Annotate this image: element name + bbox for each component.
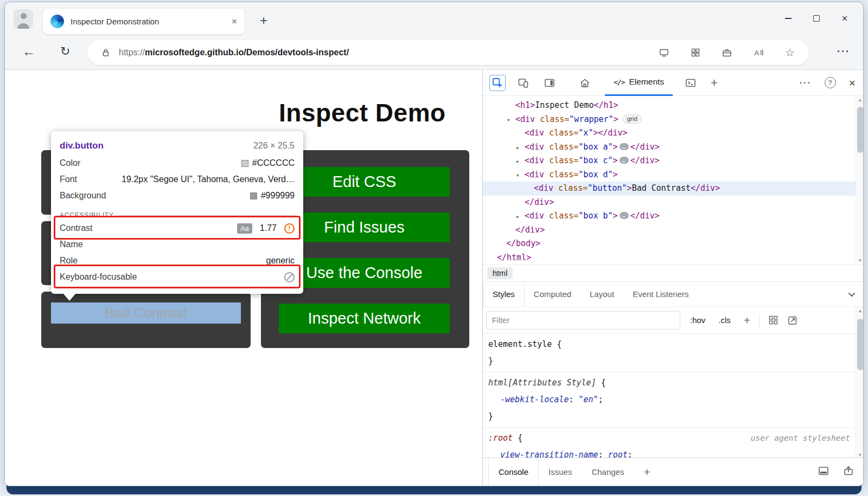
device-preview-icon[interactable] [659,47,669,58]
drawer-tab-issues[interactable]: Issues [539,458,582,486]
briefcase-icon[interactable] [722,47,732,58]
breadcrumb-html[interactable]: html [487,267,513,279]
device-emulation-icon[interactable] [515,75,532,91]
rule-selector-line[interactable]: element.style { [488,336,850,353]
dom-tree-scrollbar[interactable]: ▲ ▼ [856,96,864,265]
toggle-hov-button[interactable]: :hov [690,315,705,325]
page-button[interactable]: Edit CSS [279,167,450,197]
browser-tab[interactable]: Inspector Demonstration × [43,9,245,34]
dom-tree-line[interactable]: </html> [483,251,856,265]
drawer-add-icon[interactable]: + [643,466,650,479]
dom-tree-line[interactable]: <div class="x"></div> [483,126,856,140]
dom-tree-line[interactable]: ▾<div class="wrapper">grid [483,113,856,127]
url-host: microsoftedge.github.io [145,48,244,57]
dom-tree-line[interactable]: <div class="button">Bad Contrast</div> [483,182,856,196]
dom-tree-line[interactable]: </body> [483,237,856,251]
page-button[interactable]: Find Issues [279,212,450,242]
maximize-button[interactable] [802,7,831,30]
tab-close-icon[interactable]: × [232,16,237,27]
url-scheme: https:// [119,48,145,57]
drawer-tab-changes[interactable]: Changes [582,458,634,486]
tooltip-arrow [63,293,76,301]
dom-token: </div> [630,156,660,165]
styles-scrollbar[interactable]: ▲ ▼ [856,307,864,459]
address-bar[interactable]: https://microsoftedge.github.io/Demos/de… [87,40,809,65]
dom-token: </div> [525,197,554,207]
tab-styles[interactable]: Styles [483,282,525,306]
inspect-element-icon[interactable] [489,75,506,91]
help-icon[interactable]: ? [825,77,836,88]
expand-arrow-icon[interactable]: ▸ [516,210,525,224]
dom-tree-line[interactable]: </div> [483,196,856,210]
element-states-icon[interactable] [768,315,778,325]
dom-tree-line[interactable]: ▾<div class="box d"> [483,168,856,182]
new-style-rule-icon[interactable]: + [744,314,750,327]
rule-selector-line[interactable]: html[Attributes Style] { [488,375,850,391]
dom-tree-line[interactable]: <h1>Inspect Demo</h1> [483,99,856,113]
profile-avatar[interactable] [14,9,33,29]
dom-tree-line[interactable]: </div> [483,223,856,237]
tooltip-row-label: Font [60,175,77,184]
styles-filter-input[interactable] [486,311,680,330]
toggle-cls-button[interactable]: .cls [718,315,731,325]
new-tab-button[interactable]: + [260,14,267,27]
devtools-menu-icon[interactable]: ··· [800,78,812,88]
back-button[interactable]: ← [22,44,35,59]
ellipsis-button[interactable]: … [620,157,629,164]
css-property[interactable]: -webkit-locale: "en"; [488,391,850,408]
scroll-up-icon[interactable]: ▲ [856,98,864,102]
drawer-tab-console[interactable]: Console [488,458,539,486]
tooltip-row: Font19.2px "Segoe UI", Tahoma, Geneva, V… [60,171,295,188]
read-aloud-icon[interactable]: A [753,47,764,58]
console-drawer-icon[interactable] [682,75,699,91]
ellipsis-button[interactable]: … [620,143,629,150]
window-close-button[interactable]: × [831,7,859,30]
browser-window: Inspector Demonstration × + × ← ↻ https:… [4,2,864,486]
dom-tree-line[interactable]: ▸<div class="box c">…</div> [483,154,856,168]
scroll-down-icon[interactable]: ▼ [856,453,864,458]
scroll-up-icon[interactable]: ▲ [856,308,864,313]
dom-token: <div [525,170,544,179]
ellipsis-button[interactable]: … [620,212,629,219]
dom-tree-line[interactable]: ▸<div class="box b">…</div> [483,209,856,223]
window-content: Inspect Demo Edit CSSFind IssuesUse the … [5,69,863,486]
url-text[interactable]: https://microsoftedge.github.io/Demos/de… [119,48,349,57]
bad-contrast-button[interactable]: Bad Contrast [51,302,241,324]
rule-selector-line[interactable]: :root {user agent stylesheet [488,430,850,447]
expand-arrow-icon[interactable]: ▾ [516,169,525,183]
rule-closing-brace: } [488,408,850,425]
page-button[interactable]: Use the Console [279,258,450,288]
refresh-button[interactable]: ↻ [60,44,70,59]
expand-arrow-icon[interactable]: ▸ [516,141,525,155]
browser-navbar: ← ↻ https://microsoftedge.github.io/Demo… [5,36,863,69]
tab-elements[interactable]: </> Elements [605,70,673,96]
open-resource-icon[interactable] [787,315,798,326]
tab-event-listeners[interactable]: Event Listeners [623,282,698,306]
expand-drawer-icon[interactable] [843,465,854,479]
grid-badge[interactable]: grid [623,114,642,124]
apps-grid-icon[interactable] [690,47,701,58]
chevron-down-icon[interactable] [848,290,856,297]
scrollbar-thumb[interactable] [857,319,864,370]
dock-side-icon[interactable] [541,75,558,91]
scroll-down-icon[interactable]: ▼ [856,258,864,263]
favorites-star-icon[interactable]: ☆ [785,47,795,58]
expand-arrow-icon[interactable]: ▾ [507,113,515,127]
devtools-add-tab-icon[interactable]: + [711,76,718,90]
home-icon[interactable] [577,75,593,91]
dom-token: > [614,114,618,124]
browser-menu-icon[interactable]: ··· [837,46,850,57]
minimize-button[interactable] [774,7,802,30]
tab-layout[interactable]: Layout [580,282,623,306]
page-button[interactable]: Inspect Network [279,304,450,333]
tab-computed[interactable]: Computed [525,282,580,306]
dom-token: "box d" [578,170,612,179]
dock-drawer-icon[interactable] [818,465,829,479]
dom-token: = [573,170,578,179]
style-rule: html[Attributes Style] {-webkit-locale: … [483,372,856,428]
scrollbar-thumb[interactable] [857,107,864,153]
devtools-close-icon[interactable]: × [849,76,856,89]
expand-arrow-icon[interactable]: ▸ [516,154,525,169]
tooltip-selector: div.button [60,140,104,151]
dom-tree-line[interactable]: ▸<div class="box a">…</div> [483,140,856,154]
